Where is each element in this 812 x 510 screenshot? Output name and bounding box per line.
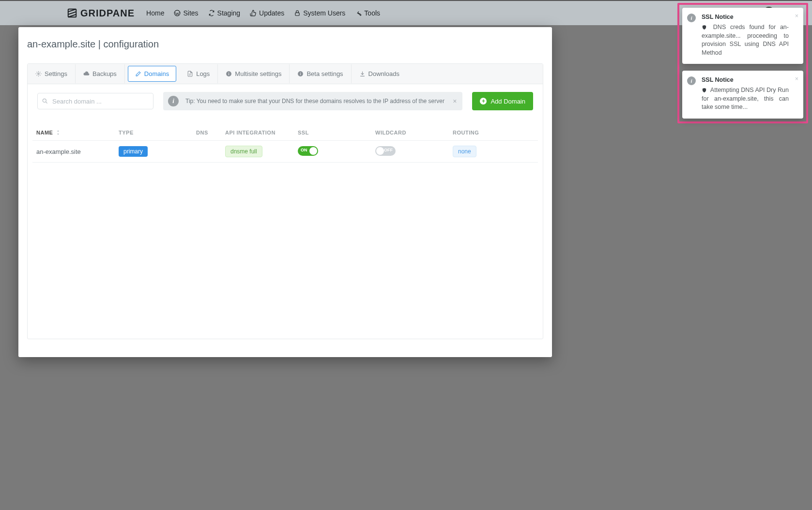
info-icon: i [687,76,696,85]
ssl-toggle[interactable]: ON [298,146,318,156]
search-domain-input[interactable] [37,93,153,109]
tab-beta[interactable]: Beta settings [290,64,351,83]
brand-text: GRIDPANE [80,8,135,19]
toast-body: DNS creds found for an-example.site... p… [702,23,789,57]
main-nav: Home Sites Staging Updates System Users … [146,9,380,17]
svg-point-3 [38,73,39,75]
add-domain-button[interactable]: + Add Domain [472,92,533,110]
info-icon: i [168,96,179,106]
toast-ssl-notice: i × SSL Notice Attempting DNS API Dry Ru… [682,71,803,119]
nav-tools[interactable]: Tools [355,9,380,17]
routing-badge[interactable]: none [453,146,476,157]
tab-backups[interactable]: Backups [76,64,125,83]
config-tabs: Settings Backups Domains Logs Multisite … [28,64,543,84]
dns-tip-text: Tip: You need to make sure that your DNS… [185,98,444,105]
col-dns: DNS [196,130,225,135]
nav-staging[interactable]: Staging [208,9,240,17]
file-icon [187,71,193,77]
nav-system-users[interactable]: System Users [294,9,345,17]
wordpress-icon [174,10,181,16]
col-type: TYPE [119,130,196,135]
svg-point-10 [43,99,46,102]
svg-rect-8 [300,73,301,75]
toast-ssl-notice: i × SSL Notice DNS creds found for an-ex… [682,8,803,64]
plus-icon: + [480,98,487,105]
sort-icon [56,130,61,135]
svg-rect-2 [295,13,299,15]
sync-icon [208,10,215,16]
wildcard-toggle[interactable]: OFF [375,146,396,156]
info-icon: i [687,14,696,22]
gear-icon [35,71,42,77]
svg-rect-6 [229,72,229,73]
svg-rect-9 [300,72,301,73]
shield-icon [702,88,707,93]
toast-highlight-zone: i × SSL Notice DNS creds found for an-ex… [677,3,808,123]
api-integration-badge[interactable]: dnsme full [225,146,262,157]
type-badge: primary [119,146,148,157]
info-icon [297,71,304,77]
brand-logo[interactable]: GRIDPANE [67,8,135,19]
col-api: API INTEGRATION [225,130,298,135]
cell-domain-name: an-example.site [36,148,119,155]
table-header: NAME TYPE DNS API INTEGRATION SSL WILDCA… [32,125,538,141]
toast-close-button[interactable]: × [795,13,798,19]
svg-rect-5 [229,73,229,75]
tab-downloads[interactable]: Downloads [352,64,407,83]
search-icon [42,98,48,105]
shield-icon [702,25,707,30]
config-panel: Settings Backups Domains Logs Multisite … [27,63,543,339]
col-ssl: SSL [298,130,375,135]
thumbs-up-icon [250,10,257,16]
tab-settings[interactable]: Settings [28,64,76,83]
nav-home[interactable]: Home [146,9,164,17]
col-wildcard: WILDCARD [375,130,453,135]
download-icon [359,71,366,77]
logo-icon [67,8,77,18]
col-name[interactable]: NAME [36,130,119,135]
toast-title: SSL Notice [702,76,789,83]
domains-table: NAME TYPE DNS API INTEGRATION SSL WILDCA… [32,125,538,163]
edit-icon [135,71,141,77]
toast-close-button[interactable]: × [795,75,798,82]
tab-domains[interactable]: Domains [128,66,176,82]
domains-toolbar: i Tip: You need to make sure that your D… [28,84,543,110]
site-config-modal: an-example.site | configuration Settings… [18,27,552,357]
toast-body: Attempting DNS API Dry Run for an-exampl… [702,86,789,112]
modal-title: an-example.site | configuration [18,27,552,63]
lock-icon [294,10,301,16]
tab-logs[interactable]: Logs [179,64,218,83]
nav-sites[interactable]: Sites [174,9,198,17]
wrench-icon [355,10,362,16]
col-routing: ROUTING [453,130,511,135]
tab-multisite[interactable]: Multisite settings [218,64,290,83]
cloud-icon [83,71,90,77]
info-icon [226,71,232,77]
table-row: an-example.site primary dnsme full ON [32,141,538,163]
tip-close-button[interactable]: × [453,97,457,105]
dns-tip-banner: i Tip: You need to make sure that your D… [163,92,462,110]
toast-title: SSL Notice [702,14,789,20]
nav-updates[interactable]: Updates [250,9,284,17]
